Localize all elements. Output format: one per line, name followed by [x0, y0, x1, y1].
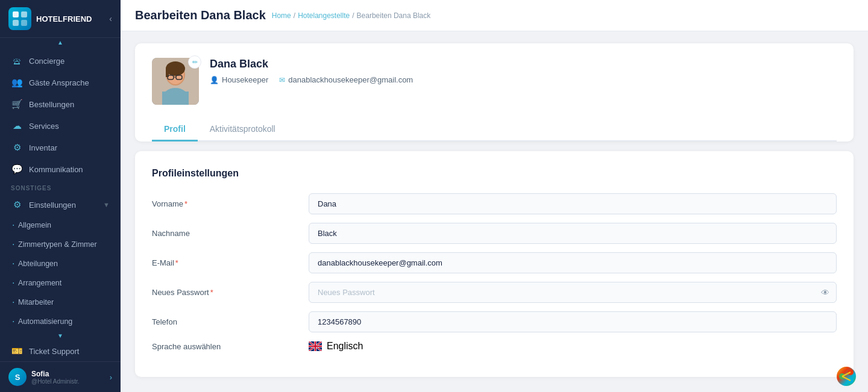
profile-meta: 👤 Housekeeper ✉ danablackhousekeeper@gma…: [210, 75, 837, 84]
sidebar-item-label: Bestellungen: [29, 100, 74, 109]
sidebar-item-einstellungen[interactable]: ⚙ Einstellungen ▼: [0, 194, 121, 216]
sidebar-item-label: Concierge: [29, 57, 64, 66]
footer-username: Sofia: [31, 370, 105, 378]
form-row-nachname: Nachname: [152, 223, 837, 244]
sidebar-item-label: Ticket Support: [29, 347, 79, 356]
sidebar-item-services[interactable]: ☁ Services: [0, 115, 121, 137]
sidebar-item-concierge[interactable]: 🛎 Concierge: [0, 51, 121, 72]
kommunikation-icon: 💬: [11, 164, 23, 175]
einstellungen-icon: ⚙: [11, 199, 23, 210]
sidebar-item-label: Inventar: [29, 143, 57, 152]
tab-aktivitaet[interactable]: Aktivitätsprotokoll: [198, 118, 288, 142]
label-email: E-Mail*: [152, 258, 309, 267]
form-row-sprache: Sprache auswählen: [152, 341, 837, 352]
sidebar-nav: 🛎 Concierge 👥 Gäste Ansprache 🛒 Bestellu…: [0, 47, 121, 361]
sidebar-item-arrangement[interactable]: Arrangement: [0, 273, 121, 293]
sidebar-item-ticket-support[interactable]: 🎫 Ticket Support: [0, 340, 121, 361]
top-header: Bearbeiten Dana Black Home / Hotelangest…: [121, 0, 868, 31]
language-selector[interactable]: Englisch: [309, 341, 837, 352]
label-telefon: Telefon: [152, 317, 309, 326]
chevron-down-icon: ▼: [103, 201, 110, 208]
nav-scroll-down: ▼: [0, 331, 121, 340]
profile-role: Housekeeper: [222, 75, 268, 84]
tab-profil[interactable]: Profil: [152, 118, 198, 142]
main-content: Bearbeiten Dana Black Home / Hotelangest…: [121, 0, 868, 392]
form-card: Profileinstellungen Vorname* Nachname: [135, 151, 854, 377]
profile-avatar-wrap: ✏: [152, 58, 199, 105]
sidebar-logo: HOTELFRIEND ‹: [0, 0, 121, 38]
sidebar-item-label: Kommunikation: [29, 165, 83, 174]
sidebar: HOTELFRIEND ‹ ▲ 🛎 Concierge 👥 Gäste Ansp…: [0, 0, 121, 392]
uk-flag-icon: [309, 341, 322, 351]
sidebar-item-kommunikation[interactable]: 💬 Kommunikation: [0, 158, 121, 180]
sidebar-item-label: Mitarbeiter: [18, 298, 54, 306]
form-row-telefon: Telefon: [152, 311, 837, 332]
bottom-bar: [837, 367, 856, 386]
profile-email-meta: ✉ danablackhousekeeper@gmail.com: [279, 75, 413, 84]
svg-rect-2: [13, 20, 19, 26]
footer-forward-icon[interactable]: ›: [110, 373, 112, 382]
sidebar-item-automatisierung[interactable]: Automatisierung: [0, 312, 121, 331]
sidebar-item-bestellungen[interactable]: 🛒 Bestellungen: [0, 93, 121, 115]
form-row-vorname: Vorname*: [152, 193, 837, 214]
breadcrumb-current: Bearbeiten Dana Black: [357, 11, 431, 20]
form-section-title: Profileinstellungen: [152, 168, 837, 179]
concierge-icon: 🛎: [11, 56, 23, 66]
input-wrap-telefon: [309, 311, 837, 332]
sidebar-item-allgemein[interactable]: Allgemein: [0, 216, 121, 235]
sidebar-item-mitarbeiter[interactable]: Mitarbeiter: [0, 293, 121, 312]
sidebar-item-label: Automatisierung: [18, 317, 72, 326]
sidebar-item-label: Abteilungen: [18, 260, 58, 268]
footer-user-info: Sofia @Hotel Administr.: [31, 370, 105, 385]
password-input[interactable]: [309, 282, 837, 303]
input-wrap-email: [309, 252, 837, 273]
svg-rect-1: [21, 11, 27, 17]
profile-card: ✏ Dana Black 👤 Housekeeper ✉ danablackho…: [135, 43, 854, 142]
input-wrap-password: 👁: [309, 282, 837, 303]
profile-role-meta: 👤 Housekeeper: [210, 75, 268, 84]
footer-role: @Hotel Administr.: [31, 378, 105, 385]
inventar-icon: ⚙: [11, 142, 23, 153]
telefon-input[interactable]: [309, 311, 837, 332]
label-password: Neues Passwort*: [152, 288, 309, 297]
breadcrumb: Home / Hotelangestellte / Bearbeiten Dan…: [272, 11, 431, 20]
input-wrap-sprache: Englisch: [309, 341, 837, 352]
nachname-input[interactable]: [309, 223, 837, 244]
gaeste-icon: 👥: [11, 77, 23, 88]
sidebar-item-label: Services: [29, 122, 59, 131]
profile-info: Dana Black 👤 Housekeeper ✉ danablackhous…: [210, 58, 837, 84]
services-icon: ☁: [11, 120, 23, 131]
sidebar-item-zimmertypen[interactable]: Zimmertypen & Zimmer: [0, 235, 121, 254]
logo-text: HOTELFRIEND: [36, 14, 92, 23]
eye-icon[interactable]: 👁: [821, 288, 829, 297]
svg-rect-0: [13, 11, 19, 17]
sidebar-item-gaeste[interactable]: 👥 Gäste Ansprache: [0, 72, 121, 93]
svg-rect-13: [162, 92, 189, 105]
breadcrumb-home[interactable]: Home: [272, 11, 291, 20]
breadcrumb-hotelangestellte[interactable]: Hotelangestellte: [298, 11, 350, 20]
sidebar-item-inventar[interactable]: ⚙ Inventar: [0, 137, 121, 158]
sidebar-item-label: Einstellungen: [29, 201, 76, 210]
sonstiges-label: SONSTIGES: [0, 180, 121, 194]
sidebar-item-label: Arrangement: [18, 279, 61, 287]
input-wrap-vorname: [309, 193, 837, 214]
content-area: ✏ Dana Black 👤 Housekeeper ✉ danablackho…: [121, 31, 868, 392]
sidebar-item-label: Gäste Ansprache: [29, 78, 89, 87]
language-value: Englisch: [327, 341, 363, 352]
svg-rect-3: [21, 20, 27, 26]
input-wrap-nachname: [309, 223, 837, 244]
edit-avatar-button[interactable]: ✏: [188, 55, 201, 69]
vorname-input[interactable]: [309, 193, 837, 214]
sidebar-item-label: Allgemein: [18, 221, 51, 229]
email-icon: ✉: [279, 76, 285, 84]
sidebar-item-abteilungen[interactable]: Abteilungen: [0, 254, 121, 273]
sidebar-collapse-button[interactable]: ‹: [109, 14, 112, 23]
profile-tabs: Profil Aktivitätsprotokoll: [152, 118, 837, 142]
label-vorname: Vorname*: [152, 199, 309, 208]
ticket-icon: 🎫: [11, 346, 23, 356]
bestellungen-icon: 🛒: [11, 99, 23, 110]
email-input[interactable]: [309, 252, 837, 273]
avatar: S: [8, 368, 27, 386]
label-nachname: Nachname: [152, 229, 309, 238]
sidebar-item-label: Zimmertypen & Zimmer: [18, 240, 97, 249]
